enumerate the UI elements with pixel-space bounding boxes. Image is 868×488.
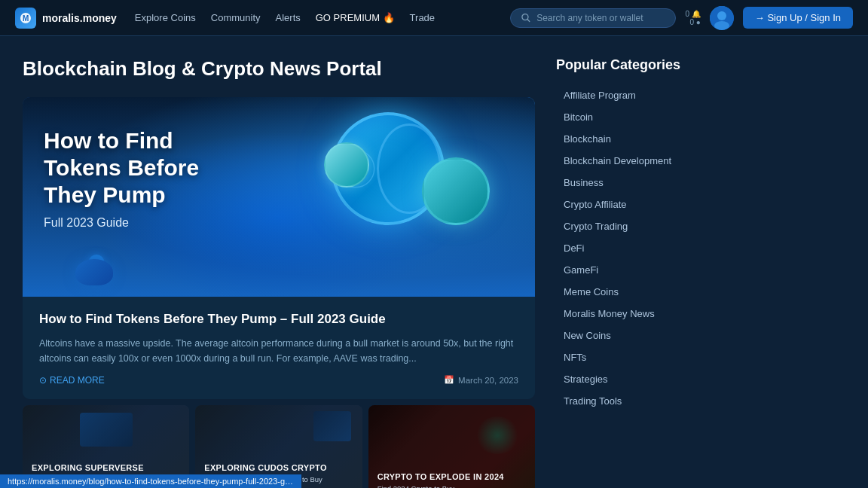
category-item[interactable]: Bitcoin: [556, 107, 737, 127]
navbar: M moralis.money Explore Coins Community …: [0, 0, 868, 36]
nav-explore-coins[interactable]: Explore Coins: [135, 12, 196, 23]
logo[interactable]: M moralis.money: [15, 8, 117, 29]
sidebar-title: Popular Categories: [556, 57, 737, 73]
logo-icon: M: [15, 8, 36, 29]
category-item[interactable]: Blockchain: [556, 129, 737, 149]
status-bar: https://moralis.money/blog/how-to-find-t…: [0, 474, 301, 488]
category-item[interactable]: New Coins: [556, 325, 737, 346]
notification-badges: 0 🔔 0 ●: [685, 10, 700, 26]
category-item[interactable]: Business: [556, 172, 737, 193]
category-item[interactable]: NFTs: [556, 347, 737, 368]
category-item[interactable]: Moralis Money News: [556, 303, 737, 324]
category-item[interactable]: Strategies: [556, 369, 737, 389]
featured-post-title: How to Find Tokens Before They Pump – Fu…: [39, 310, 518, 328]
coin-small-decoration: [324, 142, 369, 188]
thumbnail-crypto-explode[interactable]: CRYPTO TO EXPLODE IN 2024 Find 2024 Cryp…: [368, 405, 535, 488]
svg-line-3: [528, 20, 530, 22]
featured-image-title: How to Find Tokens Before They Pump: [44, 127, 199, 209]
search-input[interactable]: [536, 13, 665, 23]
character-decoration: [68, 244, 128, 289]
logo-text: moralis.money: [42, 12, 117, 24]
featured-image[interactable]: How to Find Tokens Before They Pump Full…: [23, 97, 535, 297]
post-date: March 20, 2023: [444, 375, 518, 385]
nav-links: Explore Coins Community Alerts GO PREMIU…: [135, 12, 493, 23]
category-item[interactable]: Crypto Trading: [556, 216, 737, 236]
char-body: [75, 259, 113, 285]
sign-up-button[interactable]: → Sign Up / Sign In: [743, 7, 853, 29]
category-item[interactable]: Blockchain Development: [556, 151, 737, 171]
category-item[interactable]: Trading Tools: [556, 391, 737, 411]
thumb-title-3: CRYPTO TO EXPLODE IN 2024: [377, 471, 526, 482]
featured-info: How to Find Tokens Before They Pump – Fu…: [23, 297, 535, 399]
nav-alerts[interactable]: Alerts: [276, 12, 301, 23]
nav-trade[interactable]: Trade: [410, 12, 435, 23]
category-item[interactable]: Affiliate Program: [556, 85, 737, 105]
category-item[interactable]: Meme Coins: [556, 282, 737, 302]
search-icon: [521, 13, 530, 23]
page-title: Blockchain Blog & Crypto News Portal: [23, 57, 535, 81]
coin-medium-decoration: [422, 157, 490, 225]
nav-community[interactable]: Community: [211, 12, 261, 23]
badge-watchlist: 0 ●: [689, 18, 700, 26]
right-sidebar: Popular Categories Affiliate ProgramBitc…: [556, 57, 737, 488]
svg-point-6: [714, 21, 729, 30]
avatar[interactable]: [710, 6, 734, 30]
svg-point-5: [717, 11, 726, 20]
featured-image-subtitle: Full 2023 Guide: [44, 216, 199, 230]
category-item[interactable]: GameFi: [556, 260, 737, 280]
main-content: Blockchain Blog & Crypto News Portal: [0, 36, 868, 488]
category-item[interactable]: Crypto Affiliate: [556, 194, 737, 215]
badge-notifications: 0 🔔: [685, 10, 700, 18]
featured-excerpt: Altcoins have a massive upside. The aver…: [39, 336, 518, 366]
featured-post: How to Find Tokens Before They Pump Full…: [23, 97, 535, 399]
thumb-title-2: EXPLORING CUDOS CRYPTO: [204, 462, 353, 473]
nav-right: 0 🔔 0 ● → Sign Up / Sign In: [510, 6, 853, 30]
category-item[interactable]: DeFi: [556, 238, 737, 258]
category-list: Affiliate ProgramBitcoinBlockchainBlockc…: [556, 85, 737, 411]
thumb-overlay-3: CRYPTO TO EXPLODE IN 2024 Find 2024 Cryp…: [368, 405, 535, 488]
featured-text-overlay: How to Find Tokens Before They Pump Full…: [44, 127, 199, 230]
search-bar[interactable]: [510, 8, 676, 28]
read-more-link[interactable]: READ MORE: [39, 375, 105, 386]
thumb-title-1: EXPLORING SUPERVERSE: [32, 462, 180, 473]
thumb-subtitle-3: Find 2024 Crypto to Buy: [377, 484, 526, 488]
svg-text:M: M: [23, 14, 29, 23]
featured-meta: READ MORE March 20, 2023: [39, 375, 518, 386]
left-content: Blockchain Blog & Crypto News Portal: [23, 57, 535, 488]
nav-premium[interactable]: GO PREMIUM 🔥: [316, 12, 395, 23]
